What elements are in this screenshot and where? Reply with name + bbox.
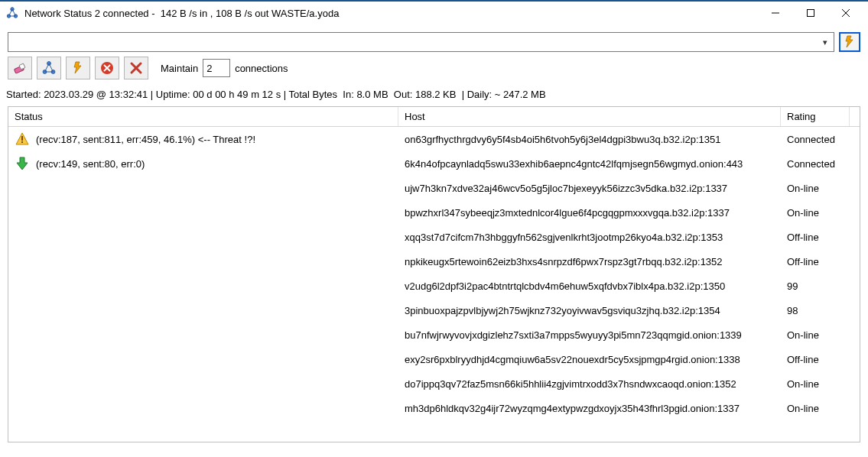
table-row[interactable]: 3pinbuoxpajzpvlbjywj2h75wjknz732yoyivwav… (8, 298, 860, 322)
maximize-button[interactable] (793, 2, 828, 24)
status-text: (recv:187, sent:811, err:459, 46.1%) <--… (36, 134, 255, 145)
cell-host: do7ippq3qv72faz5msn66ki5hhlii4zgjvimtrxo… (398, 378, 781, 390)
cell-rating: Off-line (781, 354, 850, 365)
table-row[interactable]: bu7nfwjrwyvovjxdgizlehz7sxti3a7mpps5wyuy… (8, 322, 860, 347)
table-row[interactable]: mh3dp6hldkqv32g4ijr72wyzqmg4extypwzgdxoy… (8, 396, 860, 420)
lightning-plug-icon (843, 35, 857, 49)
cell-rating: On-line (781, 183, 850, 194)
download-arrow-icon (15, 156, 30, 171)
stats-line: Started: 2023.03.29 @ 13:32:41 | Uptime:… (0, 86, 868, 106)
table-row[interactable]: xqq3st7d7cifcm7h3hbggyfn562sgjvenlkrht3j… (8, 225, 860, 249)
titlebar: Network Status 2 connected - 142 B /s in… (0, 2, 868, 24)
cell-host: v2udg6l2dpf3i2pac4btntrtqlcbdv4m6ehuw5xq… (398, 280, 781, 292)
cell-rating: Connected (781, 158, 850, 170)
close-button[interactable] (828, 2, 863, 24)
table-row[interactable]: (recv:149, sent:80, err:0)6k4n4ofpcaynla… (8, 151, 860, 176)
column-header-rating[interactable]: Rating (781, 107, 850, 126)
network-icon (41, 60, 57, 76)
warning-icon (15, 131, 30, 147)
table-row[interactable]: bpwzhxrl347sybeeqjz3mxtednlcor4lgue6f4pc… (8, 200, 860, 225)
table-row[interactable]: npkikeugx5rtewoin62eizb3hxs4snrpzdf6pwx7… (8, 249, 860, 274)
svg-line-16 (45, 63, 50, 72)
cell-status: (recv:187, sent:811, err:459, 46.1%) <--… (8, 131, 398, 147)
grid-header: Status Host Rating (8, 107, 860, 127)
maintain-input[interactable] (203, 59, 230, 77)
table-row[interactable]: (recv:187, sent:811, err:459, 46.1%) <--… (8, 127, 860, 151)
eraser-button[interactable] (8, 57, 32, 79)
lightning-icon (71, 61, 85, 75)
network-button[interactable] (37, 57, 61, 79)
cell-rating: On-line (781, 329, 850, 341)
cell-rating: On-line (781, 403, 850, 414)
address-row: ▾ (0, 24, 868, 57)
cell-rating: 98 (781, 305, 850, 316)
connections-grid: Status Host Rating (recv:187, sent:811, … (8, 106, 860, 442)
address-combo[interactable]: ▾ (8, 32, 834, 52)
connect-button[interactable] (839, 32, 860, 52)
delete-button[interactable] (95, 57, 119, 79)
svg-marker-19 (74, 62, 81, 73)
cell-host: on63grfhycthrgdvy6y5f4sb4oi5h6tvoh5y6j3e… (398, 134, 781, 145)
app-icon (6, 7, 18, 19)
eraser-icon (12, 60, 28, 76)
cell-rating: Connected (781, 134, 850, 145)
minimize-button[interactable] (758, 2, 793, 24)
connections-label: connections (235, 63, 288, 74)
window-title: Network Status 2 connected - 142 B /s in… (24, 8, 339, 19)
x-icon (128, 60, 144, 76)
cell-rating: On-line (781, 207, 850, 219)
delete-circle-icon (99, 60, 115, 76)
table-row[interactable]: exy2sr6pxblryydhjd4cgmqiuw6a5sv22nouexdr… (8, 347, 860, 371)
svg-marker-10 (846, 36, 853, 47)
cell-host: npkikeugx5rtewoin62eizb3hxs4snrpzdf6pwx7… (398, 256, 781, 267)
cell-status: (recv:149, sent:80, err:0) (8, 156, 398, 171)
svg-rect-7 (808, 10, 814, 17)
cell-host: bu7nfwjrwyvovjxdgizlehz7sxti3a7mpps5wyuy… (398, 329, 781, 341)
table-row[interactable]: v2udg6l2dpf3i2pac4btntrtqlcbdv4m6ehuw5xq… (8, 274, 860, 298)
cell-host: ujw7h3kn7xdve32aj46wcv5o5g5jloc7bjexeyyk… (398, 183, 781, 194)
cell-rating: Off-line (781, 256, 850, 267)
table-row[interactable]: ujw7h3kn7xdve32aj46wcv5o5g5jloc7bjexeyyk… (8, 176, 860, 200)
remove-button[interactable] (124, 57, 148, 79)
cell-host: xqq3st7d7cifcm7h3hbggyfn562sgjvenlkrht3j… (398, 232, 781, 243)
column-header-status[interactable]: Status (8, 107, 398, 126)
grid-body[interactable]: (recv:187, sent:811, err:459, 46.1%) <--… (8, 127, 860, 442)
cell-rating: 99 (781, 280, 850, 292)
cell-host: mh3dp6hldkqv32g4ijr72wyzqmg4extypwzgdxoy… (398, 403, 781, 414)
cell-rating: Off-line (781, 232, 850, 243)
svg-line-17 (49, 63, 54, 72)
cell-rating: On-line (781, 378, 850, 390)
address-input[interactable] (13, 34, 818, 50)
toolbar: Maintain connections (0, 57, 868, 86)
cell-host: 6k4n4ofpcaynladq5swu33exhib6aepnc4gntc42… (398, 158, 781, 170)
lightning-button[interactable] (66, 57, 90, 79)
cell-host: bpwzhxrl347sybeeqjz3mxtednlcor4lgue6f4pc… (398, 207, 781, 219)
cell-host: exy2sr6pxblryydhjd4cgmqiuw6a5sv22nouexdr… (398, 354, 781, 365)
maintain-label: Maintain (161, 63, 198, 74)
cell-host: 3pinbuoxpajzpvlbjywj2h75wjknz732yoyivwav… (398, 305, 781, 316)
column-header-host[interactable]: Host (398, 107, 781, 126)
table-row[interactable]: do7ippq3qv72faz5msn66ki5hhlii4zgjvimtrxo… (8, 371, 860, 396)
status-text: (recv:149, sent:80, err:0) (36, 158, 145, 170)
chevron-down-icon[interactable]: ▾ (818, 37, 832, 47)
